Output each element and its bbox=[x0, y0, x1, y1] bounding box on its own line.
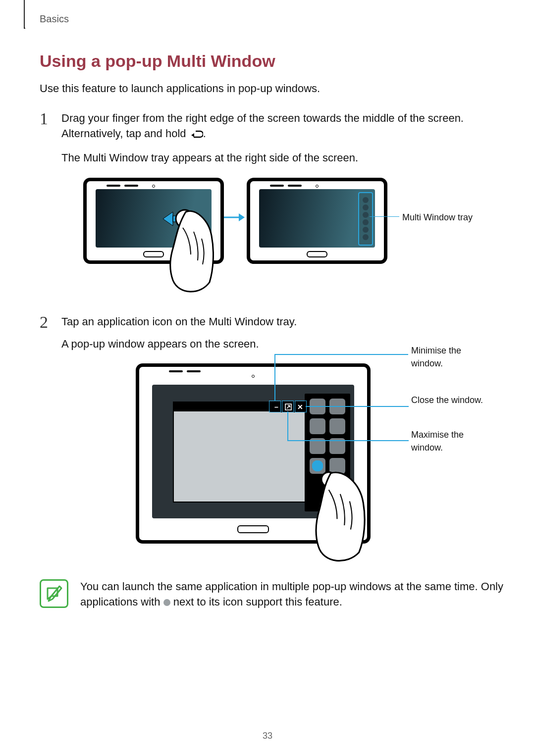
step-text: Drag your finger from the right edge of … bbox=[61, 111, 505, 144]
callout-close: Close the window. bbox=[411, 394, 490, 406]
section-intro: Use this feature to launch applications … bbox=[40, 81, 505, 97]
device-before bbox=[83, 178, 224, 264]
callout-leader bbox=[287, 411, 288, 440]
chapter-label: Basics bbox=[40, 12, 69, 26]
note-text-part: next to its icon support this feature. bbox=[173, 596, 342, 608]
callout-maximise: Maximise the window. bbox=[411, 429, 490, 454]
page-corner-rule bbox=[24, 0, 25, 29]
note-text: You can launch the same application in m… bbox=[80, 579, 505, 610]
callout-box-minimise bbox=[269, 401, 281, 412]
multi-window-tray bbox=[358, 192, 373, 246]
step-text-part: . bbox=[203, 127, 206, 140]
multi-instance-dot-icon bbox=[163, 599, 170, 606]
callout-minimise: Minimise the window. bbox=[411, 345, 490, 369]
note-block: You can launch the same application in m… bbox=[40, 579, 505, 610]
section-title: Using a pop-up Multi Window bbox=[40, 50, 505, 73]
callout-leader bbox=[274, 354, 275, 401]
callout-leader bbox=[306, 406, 409, 407]
page-number: 33 bbox=[0, 730, 535, 742]
step-2: 2 Tap an application icon on the Multi W… bbox=[40, 314, 505, 562]
back-icon bbox=[189, 128, 203, 144]
svg-marker-6 bbox=[239, 213, 245, 221]
step-number: 2 bbox=[40, 310, 48, 334]
step-number: 1 bbox=[40, 107, 48, 131]
device-popup: – ✕ bbox=[136, 363, 371, 544]
hand-icon bbox=[313, 466, 392, 565]
note-icon bbox=[40, 579, 68, 608]
callout-tray-label: Multi Window tray bbox=[402, 211, 473, 224]
step-subtext: The Multi Window tray appears at the rig… bbox=[61, 151, 505, 166]
popup-window-front: – ✕ bbox=[173, 402, 309, 503]
arrow-right-icon bbox=[223, 211, 245, 223]
device-after bbox=[247, 178, 387, 264]
callout-box-close bbox=[295, 401, 307, 412]
step-text-part: Drag your finger from the right edge of … bbox=[61, 112, 464, 140]
callout-leader bbox=[287, 440, 409, 441]
callout-box-maximise bbox=[282, 401, 294, 412]
callout-leader bbox=[370, 216, 399, 217]
callout-leader bbox=[274, 354, 408, 355]
step-1: 1 Drag your finger from the right edge o… bbox=[40, 111, 505, 296]
figure-swipe-tray: Multi Window tray bbox=[83, 178, 505, 297]
figure-popup-window: – ✕ bbox=[136, 363, 505, 561]
step-text: Tap an application icon on the Multi Win… bbox=[61, 314, 505, 330]
